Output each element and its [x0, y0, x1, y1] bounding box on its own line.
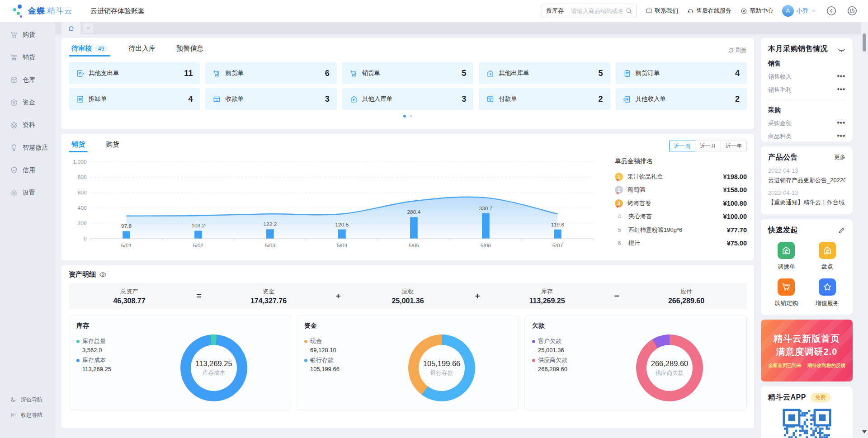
sidebar-item[interactable]: 设置 — [0, 182, 55, 204]
rank-medal: 6 — [615, 239, 624, 247]
svg-text:119.6: 119.6 — [551, 221, 565, 227]
range-button[interactable]: 近一月 — [695, 141, 721, 151]
legend-item: 银行存款 105,199.66 — [304, 356, 372, 372]
sidebar-footer-toggle[interactable]: 深色导航 — [0, 392, 55, 407]
inventory-search[interactable]: 搜库存 — [542, 4, 637, 18]
formula-operator: = — [190, 291, 208, 301]
svg-text:800: 800 — [78, 174, 87, 180]
announcement-item[interactable]: 2022-04-13 云进销存产品更新公告_20220... — [768, 167, 845, 184]
todo-card[interactable]: 拆卸单 4 — [69, 88, 200, 110]
search-scope-label[interactable]: 搜库存 — [542, 7, 568, 15]
sidebar-item[interactable]: 智慧微店 — [0, 137, 55, 159]
svg-text:122.2: 122.2 — [263, 221, 277, 227]
svg-text:200: 200 — [78, 220, 87, 226]
ranking-row[interactable]: 4 夹心海苔 ¥100.00 — [615, 210, 747, 224]
rank-medal: 5 — [615, 226, 624, 234]
survey-banner[interactable]: 精斗云新版首页 满意度调研2.0 全新首页已到来 期待收到您的反馈 — [761, 320, 853, 381]
trend-tab[interactable]: 销货 — [69, 140, 88, 152]
header-link[interactable]: 售后在线服务 — [687, 7, 731, 15]
avatar — [782, 5, 794, 17]
todo-tab[interactable]: 待审核 49 — [69, 44, 110, 57]
sidebar-item[interactable]: 资金 — [0, 91, 55, 114]
more-link[interactable]: 更多 — [834, 154, 845, 161]
svg-text:5/05: 5/05 — [409, 242, 420, 248]
summary-row: 商品种类 *** — [768, 132, 845, 141]
todo-card[interactable]: 购货订单 4 — [616, 62, 747, 84]
ranking-row[interactable]: 2 葡萄酒 ¥158.00 — [615, 184, 747, 197]
trend-tab[interactable]: 购货 — [103, 140, 122, 152]
sidebar-item[interactable]: 销货 — [0, 46, 55, 69]
todo-tab[interactable]: 待出入库 — [126, 44, 158, 57]
scrollbar-down-arrow[interactable] — [862, 430, 867, 436]
range-button[interactable]: 近一周 — [669, 141, 695, 151]
svg-text:5/01: 5/01 — [121, 242, 132, 248]
edit-icon[interactable] — [838, 226, 845, 234]
summary-row: 销售收入 *** — [768, 73, 845, 81]
rank-medal: 3 — [615, 199, 623, 207]
back-button[interactable] — [826, 5, 837, 17]
pagination-dots — [69, 115, 747, 118]
header-link[interactable]: 帮助中心 — [741, 7, 773, 15]
product-ranking: 单品金额排名 1 果汁饮品礼盒 ¥198.00 2 葡萄酒 ¥158.00 — [606, 155, 747, 250]
page-scrollbar[interactable] — [861, 22, 868, 438]
svg-text:5/02: 5/02 — [193, 242, 203, 248]
summary-row: 采购金额 *** — [768, 119, 845, 127]
rank-medal: 4 — [615, 212, 624, 221]
funds-donut: 105,199.66 银行存款 — [408, 334, 475, 401]
svg-text:97.8: 97.8 — [121, 223, 132, 229]
todo-card[interactable]: 其他收入单 2 — [616, 88, 747, 110]
account-title: 云进销存体验账套 — [90, 7, 145, 15]
todo-card[interactable]: 收款单 3 — [205, 88, 336, 110]
refresh-button[interactable]: 刷新 — [728, 47, 747, 54]
quick-action[interactable]: 以销定购 — [768, 278, 805, 307]
eye-icon[interactable] — [99, 271, 107, 278]
sidebar-item[interactable]: 购货 — [0, 24, 55, 46]
quick-launch-card: 快速发起 调拨单 盘点 — [761, 219, 853, 315]
formula-operator: + — [468, 291, 486, 301]
svg-text:600: 600 — [78, 189, 87, 195]
quick-action[interactable]: 增值服务 — [809, 278, 846, 307]
todo-card[interactable]: 付款单 2 — [479, 88, 610, 110]
pagination-dot[interactable] — [403, 115, 406, 118]
ranking-row[interactable]: 1 果汁饮品礼盒 ¥198.00 — [615, 170, 747, 184]
announcement-item[interactable]: 2022-04-13 【重要通知】精斗云工作台域... — [768, 189, 845, 207]
rank-medal: 1 — [615, 173, 623, 181]
todo-card[interactable]: 销货单 5 — [342, 62, 473, 84]
quick-action[interactable]: 盘点 — [809, 242, 846, 271]
tab-dropdown-button[interactable] — [83, 23, 93, 33]
range-button[interactable]: 近一年 — [721, 141, 747, 151]
todo-tab[interactable]: 预警信息 — [174, 44, 206, 57]
search-icon[interactable] — [625, 7, 632, 14]
scrollbar-thumb[interactable] — [863, 33, 866, 52]
home-tab[interactable] — [61, 22, 80, 34]
ranking-row[interactable]: 5 西红柿意粉酱190g*6 ¥77.70 — [615, 223, 747, 237]
user-icon — [785, 8, 791, 14]
todo-card[interactable]: 其他出库单 5 — [479, 62, 610, 84]
asset-card-debt: 欠款 客户欠款 25,001.36 供应商欠款 — [524, 316, 747, 410]
todo-card[interactable]: 购货单 6 — [205, 62, 336, 84]
search-input[interactable] — [568, 8, 625, 14]
svg-text:5/07: 5/07 — [552, 242, 563, 248]
sidebar-item[interactable]: 资料 — [0, 114, 55, 137]
user-menu[interactable]: 小乔 — [782, 5, 816, 17]
todo-count-badge: 49 — [94, 45, 108, 52]
sidebar-item[interactable]: 仓库 — [0, 69, 55, 91]
todo-card[interactable]: 其他支出单 11 — [69, 62, 200, 84]
asset-card-inventory: 库存 库存总量 3,562.0 库存成本 — [69, 316, 291, 410]
app-card: 精斗云APP 免费 — [761, 386, 853, 438]
sidebar-item[interactable]: 信用 — [0, 159, 55, 182]
svg-text:120.5: 120.5 — [335, 221, 349, 227]
todo-card[interactable]: 其他入库单 3 — [342, 88, 473, 110]
announcements-card: 产品公告 更多 2022-04-13 云进销存产品更新公告_20220... 2… — [761, 146, 853, 214]
header-link[interactable]: 联系我们 — [646, 7, 678, 15]
pagination-dot[interactable] — [410, 115, 412, 118]
logout-button[interactable] — [846, 5, 858, 17]
ranking-row[interactable]: 6 橙汁 ¥75.00 — [615, 237, 747, 250]
eye-closed-icon[interactable] — [838, 45, 845, 53]
svg-text:5/06: 5/06 — [481, 242, 491, 248]
rank-medal: 2 — [615, 186, 623, 194]
quick-action[interactable]: 调拨单 — [768, 242, 805, 271]
ranking-row[interactable]: 3 烤海苔卷 ¥100.80 — [615, 197, 747, 210]
app-logo[interactable]: 金蝶 精斗云 — [13, 4, 80, 18]
sidebar-footer-toggle[interactable]: 收起导航 — [0, 407, 55, 423]
